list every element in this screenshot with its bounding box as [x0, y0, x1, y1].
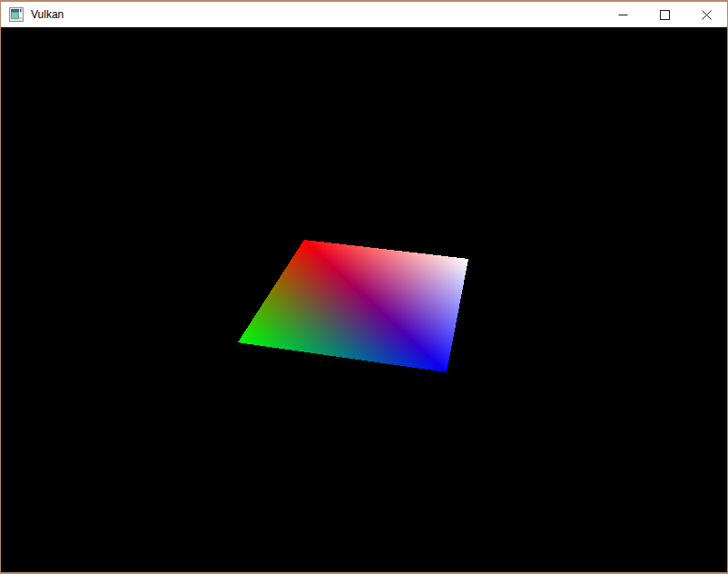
close-icon [702, 10, 712, 20]
close-button[interactable] [685, 2, 727, 27]
maximize-icon [660, 10, 670, 20]
minimize-button[interactable] [602, 2, 644, 27]
window-controls [602, 2, 727, 27]
titlebar[interactable]: Vulkan [1, 2, 727, 27]
client-area [1, 27, 727, 572]
maximize-button[interactable] [644, 2, 685, 27]
app-icon[interactable] [9, 7, 24, 22]
minimize-icon [618, 10, 628, 20]
vulkan-render-surface [1, 27, 727, 572]
window-title: Vulkan [31, 8, 64, 21]
vulkan-window: Vulkan [0, 0, 728, 574]
